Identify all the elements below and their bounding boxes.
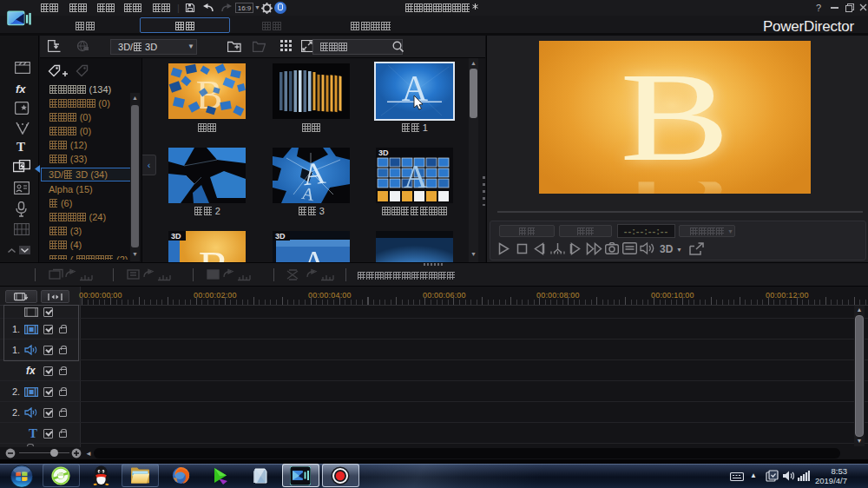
svg-text:3D: 3D <box>378 148 389 157</box>
svg-text:A: A <box>404 158 428 195</box>
svg-text:3D: 3D <box>275 232 286 241</box>
svg-text:3D: 3D <box>171 232 181 241</box>
